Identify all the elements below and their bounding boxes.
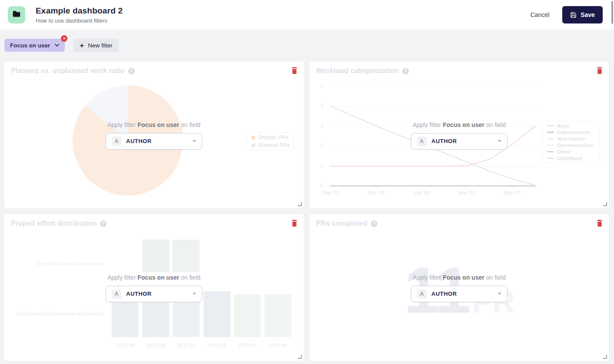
dashboard-editor: Example dashboard 2 How to use dashboard… xyxy=(0,0,614,364)
page-subtitle: How to use dashboard filters xyxy=(36,17,123,24)
field-select[interactable]: A AUTHOR xyxy=(106,133,202,150)
trash-icon[interactable] xyxy=(291,67,298,76)
apply-filter-prefix: Apply filter xyxy=(107,121,136,128)
resize-handle-icon[interactable] xyxy=(298,355,302,359)
apply-filter-suffix: on field xyxy=(486,274,506,281)
apply-filter-text: Apply filter Focus on user on field xyxy=(107,274,200,281)
filter-chip-label: Focus on user xyxy=(10,42,50,49)
close-icon: ✕ xyxy=(63,37,66,40)
header-titles: Example dashboard 2 How to use dashboard… xyxy=(36,6,123,24)
letter-a-icon: A xyxy=(417,137,427,146)
vertical-scrollbar-thumb[interactable] xyxy=(611,1,613,24)
field-select[interactable]: A AUTHOR xyxy=(411,133,507,150)
apply-filter-suffix: on field xyxy=(181,274,200,281)
filter-bar: Focus on user ✕ + New filter xyxy=(4,39,119,52)
filter-overlay: Apply filter Focus on user on field A AU… xyxy=(4,61,304,208)
chevron-down-icon xyxy=(193,140,196,142)
chevron-down-icon xyxy=(498,140,501,142)
trash-icon[interactable] xyxy=(291,219,298,228)
cancel-button[interactable]: Cancel xyxy=(531,11,550,18)
chevron-down-icon xyxy=(55,44,59,47)
new-filter-label: New filter xyxy=(88,42,112,49)
apply-filter-name: Focus on user xyxy=(443,274,484,281)
resize-handle-icon[interactable] xyxy=(298,202,302,206)
letter-a-icon: A xyxy=(417,289,427,299)
filter-overlay: Apply filter Focus on user on field A AU… xyxy=(309,214,609,361)
folder-icon xyxy=(12,10,21,20)
field-value: AUTHOR xyxy=(431,138,457,144)
apply-filter-text: Apply filter Focus on user on field xyxy=(107,121,200,128)
filter-overlay: Apply filter Focus on user on field A AU… xyxy=(4,214,304,361)
save-button[interactable]: Save xyxy=(562,6,603,23)
apply-filter-text: Apply filter Focus on user on field xyxy=(413,274,506,281)
apply-filter-prefix: Apply filter xyxy=(107,274,136,281)
letter-a-icon: A xyxy=(112,137,121,146)
floppy-disk-icon xyxy=(570,12,577,18)
apply-filter-suffix: on field xyxy=(181,121,200,128)
field-select[interactable]: A AUTHOR xyxy=(411,286,507,302)
apply-filter-prefix: Apply filter xyxy=(413,121,441,128)
apply-filter-name: Focus on user xyxy=(137,274,179,281)
remove-filter-badge[interactable]: ✕ xyxy=(61,35,67,42)
panel-workload-categorization: Workload categorization ? 543210Sep '22N… xyxy=(309,61,610,209)
panel-planned-vs-unplanned: Planned vs. unplanned work ratio ? Orpha… xyxy=(3,61,304,209)
filter-chip-focus-on-user[interactable]: Focus on user ✕ xyxy=(4,39,65,52)
trash-icon[interactable] xyxy=(596,219,603,228)
panel-prs-completed: PRs completed ? 11 PR Apply filter Focus… xyxy=(309,214,610,361)
panel-project-effort-distribution: Project effort distribution ? KeypDemoCo… xyxy=(3,214,304,361)
filter-overlay: Apply filter Focus on user on field A AU… xyxy=(309,61,609,208)
field-value: AUTHOR xyxy=(126,291,152,297)
dashboard-folder-badge xyxy=(8,6,25,23)
plus-icon: + xyxy=(80,42,84,49)
field-select[interactable]: A AUTHOR xyxy=(106,286,202,302)
trash-icon[interactable] xyxy=(596,67,603,76)
save-button-label: Save xyxy=(581,11,595,18)
resize-handle-icon[interactable] xyxy=(603,355,607,359)
apply-filter-name: Focus on user xyxy=(137,121,179,128)
apply-filter-suffix: on field xyxy=(486,121,506,128)
page-title: Example dashboard 2 xyxy=(36,6,123,16)
resize-handle-icon[interactable] xyxy=(603,202,607,206)
apply-filter-name: Focus on user xyxy=(443,121,484,128)
apply-filter-text: Apply filter Focus on user on field xyxy=(413,121,506,128)
letter-a-icon: A xyxy=(112,289,121,299)
field-value: AUTHOR xyxy=(431,291,457,297)
header: Example dashboard 2 How to use dashboard… xyxy=(0,0,614,30)
new-filter-button[interactable]: + New filter xyxy=(73,39,119,52)
chevron-down-icon xyxy=(193,293,196,295)
header-actions: Cancel Save xyxy=(531,6,603,23)
field-value: AUTHOR xyxy=(126,138,152,144)
chevron-down-icon xyxy=(498,293,501,295)
apply-filter-prefix: Apply filter xyxy=(413,274,441,281)
